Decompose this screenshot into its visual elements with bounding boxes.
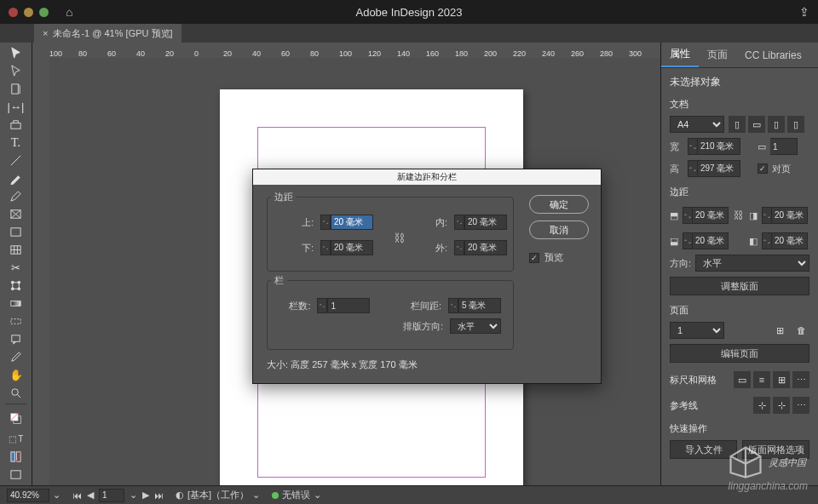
margin-top-input-dlg[interactable] xyxy=(331,215,373,230)
import-file-button[interactable]: 导入文件 xyxy=(670,440,737,459)
formatting-affects-container-icon[interactable]: ⬚ T xyxy=(2,430,31,448)
tab-pages[interactable]: 页面 xyxy=(699,43,736,67)
document-tab[interactable]: × 未命名-1 @ 41% [GPU 预览] xyxy=(34,24,181,43)
gutter-input[interactable] xyxy=(458,298,501,313)
margin-inside-input[interactable] xyxy=(772,207,808,224)
home-icon[interactable]: ⌂ xyxy=(66,5,72,19)
note-tool-icon[interactable] xyxy=(2,330,31,348)
direction-select[interactable]: 水平 xyxy=(695,255,809,272)
color-profile-icon[interactable]: ◐ xyxy=(176,490,184,501)
last-page-icon[interactable]: ⏭ xyxy=(154,490,164,501)
margin-bottom-stepper-dlg[interactable]: ⌃⌄ xyxy=(320,240,331,255)
width-input[interactable] xyxy=(698,138,740,155)
margin-top-input[interactable] xyxy=(693,207,729,224)
document-grid-icon[interactable]: ⊞ xyxy=(773,371,790,388)
hand-tool-icon[interactable]: ✋ xyxy=(2,366,31,384)
width-stepper[interactable]: ⌃⌄ xyxy=(688,138,698,155)
guides-toggle-icon[interactable]: ⊹ xyxy=(753,397,770,414)
preview-checkbox[interactable]: ✓ xyxy=(529,253,539,263)
fill-stroke-swatch[interactable] xyxy=(2,406,31,430)
ruler-horizontal[interactable]: 1008060402002040608010012014016018020022… xyxy=(49,43,660,58)
pen-tool-icon[interactable] xyxy=(2,169,31,187)
apply-color-icon[interactable] xyxy=(2,448,31,466)
margin-bottom-stepper[interactable]: ⌃⌄ xyxy=(683,232,693,249)
margins-link-icon[interactable]: ⛓ xyxy=(733,203,745,227)
margin-bottom-input[interactable] xyxy=(693,232,729,249)
guides-options-icon[interactable]: ⋯ xyxy=(792,397,809,414)
preflight-status-label[interactable]: 无错误 xyxy=(282,489,310,501)
line-tool-icon[interactable] xyxy=(2,152,31,169)
margins-link-icon-dlg[interactable]: ⛓ xyxy=(390,232,408,244)
smart-guides-icon[interactable]: ⊹ xyxy=(773,397,790,414)
margin-inside-stepper[interactable]: ⌃⌄ xyxy=(762,207,772,224)
content-collector-tool-icon[interactable] xyxy=(2,116,31,134)
rectangle-tool-icon[interactable] xyxy=(2,223,31,241)
type-tool-icon[interactable]: T. xyxy=(2,134,31,152)
rectangle-frame-tool-icon[interactable] xyxy=(2,205,31,223)
new-page-icon[interactable]: ⊞ xyxy=(771,322,788,339)
pencil-tool-icon[interactable] xyxy=(2,187,31,205)
minimize-window-icon[interactable] xyxy=(24,8,33,17)
free-transform-tool-icon[interactable] xyxy=(2,277,31,295)
page-dropdown-icon[interactable]: ⌄ xyxy=(130,490,137,501)
height-input[interactable] xyxy=(698,160,740,177)
margin-bottom-input-dlg[interactable] xyxy=(331,240,373,255)
direct-selection-tool-icon[interactable] xyxy=(2,62,31,80)
page-tool-icon[interactable] xyxy=(2,80,31,98)
next-page-icon[interactable]: ▶ xyxy=(142,490,149,501)
column-count-stepper[interactable]: ⌃⌄ xyxy=(317,298,327,313)
column-count-input[interactable] xyxy=(327,298,370,313)
orientation-portrait-icon[interactable]: ▯ xyxy=(729,116,746,133)
delete-page-icon[interactable]: 🗑 xyxy=(792,322,809,339)
zoom-input[interactable] xyxy=(7,489,49,502)
page-preset-select[interactable]: A4 xyxy=(670,116,724,133)
adjust-layout-button[interactable]: 调整版面 xyxy=(670,277,809,295)
rulers-options-icon[interactable]: ⋯ xyxy=(792,371,809,388)
margin-top-stepper[interactable]: ⌃⌄ xyxy=(683,207,693,224)
ok-button[interactable]: 确定 xyxy=(529,195,589,214)
margin-outside-input-dlg[interactable] xyxy=(464,240,507,255)
orientation-landscape-icon[interactable]: ▭ xyxy=(748,116,765,133)
rulers-toggle-icon[interactable]: ▭ xyxy=(734,371,751,388)
tab-cc-libraries[interactable]: CC Libraries xyxy=(736,43,810,67)
margin-inside-input-dlg[interactable] xyxy=(464,215,507,230)
margin-outside-input[interactable] xyxy=(772,232,808,249)
baseline-grid-icon[interactable]: ≡ xyxy=(753,371,770,388)
zoom-window-icon[interactable] xyxy=(39,8,49,17)
pages-count-input[interactable] xyxy=(770,138,798,155)
writing-direction-select[interactable]: 水平 xyxy=(450,318,501,334)
margin-outside-stepper[interactable]: ⌃⌄ xyxy=(762,232,772,249)
gutter-stepper[interactable]: ⌃⌄ xyxy=(448,298,458,313)
ruler-vertical[interactable] xyxy=(32,58,49,485)
margin-top-stepper-dlg[interactable]: ⌃⌄ xyxy=(320,215,331,230)
first-page-icon[interactable]: ⏮ xyxy=(72,490,82,501)
share-icon[interactable]: ⇪ xyxy=(799,5,809,19)
page-select[interactable]: 1 xyxy=(670,322,724,339)
cancel-button[interactable]: 取消 xyxy=(529,220,589,239)
binding-ltr-icon[interactable]: ▯ xyxy=(768,116,785,133)
gradient-feather-tool-icon[interactable] xyxy=(2,312,31,330)
gap-tool-icon[interactable]: |↔| xyxy=(2,98,31,116)
zoom-tool-icon[interactable] xyxy=(2,384,31,402)
height-stepper[interactable]: ⌃⌄ xyxy=(688,160,698,177)
layout-grid-options-button[interactable]: 版面网格选项 xyxy=(742,440,809,459)
binding-rtl-icon[interactable]: ▯ xyxy=(787,116,804,133)
grid-tool-icon[interactable] xyxy=(2,241,31,259)
margin-outside-stepper-dlg[interactable]: ⌃⌄ xyxy=(454,240,464,255)
facing-pages-checkbox[interactable]: ✓ xyxy=(758,163,768,174)
color-profile-status[interactable]: [基本]（工作） xyxy=(187,489,249,501)
edit-page-button[interactable]: 编辑页面 xyxy=(670,344,809,363)
close-window-icon[interactable] xyxy=(9,8,18,17)
selection-tool-icon[interactable] xyxy=(2,44,31,62)
eyedropper-tool-icon[interactable] xyxy=(2,348,31,366)
zoom-dropdown-icon[interactable]: ⌄ xyxy=(53,490,60,501)
page-number-input[interactable] xyxy=(99,489,124,502)
scissors-tool-icon[interactable]: ✂ xyxy=(2,259,31,277)
gradient-swatch-tool-icon[interactable] xyxy=(2,295,31,312)
view-mode-icon[interactable] xyxy=(2,466,31,484)
tab-properties[interactable]: 属性 xyxy=(661,43,699,67)
margin-inside-stepper-dlg[interactable]: ⌃⌄ xyxy=(454,215,464,230)
close-tab-icon[interactable]: × xyxy=(43,28,48,38)
prev-page-icon[interactable]: ◀ xyxy=(87,490,94,501)
ruler-tick: 160 xyxy=(426,49,439,58)
